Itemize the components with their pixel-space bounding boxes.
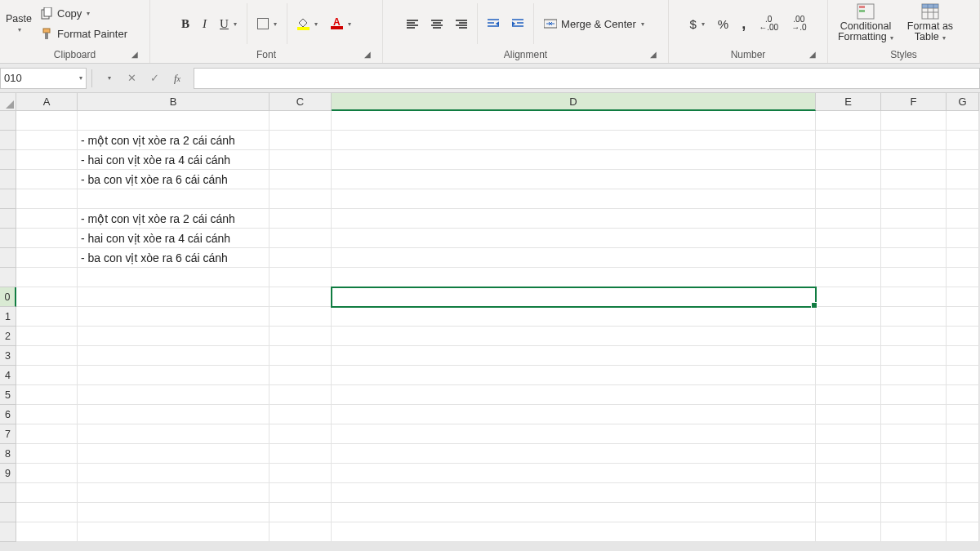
cell-B5[interactable] — [78, 189, 270, 209]
font-color-button[interactable]: A ▾ — [326, 14, 356, 33]
row-header[interactable]: 8 — [0, 444, 16, 464]
row-header[interactable]: 0 — [0, 287, 16, 307]
cell-E22[interactable] — [816, 522, 881, 542]
cell-C15[interactable] — [270, 385, 332, 405]
row-header[interactable] — [0, 131, 16, 150]
copy-button[interactable]: Copy ▾ — [36, 4, 132, 24]
cell-C7[interactable] — [270, 229, 332, 248]
cell-D9[interactable] — [332, 268, 816, 287]
cell-F14[interactable] — [881, 366, 947, 385]
cell-F3[interactable] — [881, 150, 947, 170]
cell-F10[interactable] — [881, 287, 947, 307]
cell-C3[interactable] — [270, 150, 332, 170]
cell-A10[interactable] — [16, 287, 78, 307]
name-box[interactable]: 010 ▾ — [0, 68, 87, 89]
cell-G4[interactable] — [947, 170, 979, 189]
cell-D20[interactable] — [332, 483, 816, 503]
cell-A13[interactable] — [16, 346, 78, 366]
cell-B22[interactable] — [78, 522, 270, 542]
cell-F5[interactable] — [881, 189, 947, 209]
cell-A1[interactable] — [16, 111, 78, 131]
row-header[interactable]: 7 — [0, 424, 16, 444]
row-header[interactable]: 9 — [0, 464, 16, 483]
cell-C20[interactable] — [270, 483, 332, 503]
cell-F20[interactable] — [881, 483, 947, 503]
cell-G22[interactable] — [947, 522, 979, 542]
col-header-C[interactable]: C — [270, 93, 332, 111]
cell-C2[interactable] — [270, 131, 332, 150]
format-as-table-button[interactable]: Format asTable ▾ — [902, 1, 959, 47]
cell-C16[interactable] — [270, 405, 332, 424]
row-header[interactable]: 1 — [0, 307, 16, 327]
cell-B10[interactable] — [78, 287, 270, 307]
cell-B2[interactable]: - một con vịt xòe ra 2 cái cánh — [78, 131, 270, 150]
cell-E17[interactable] — [816, 424, 881, 444]
cell-G18[interactable] — [947, 444, 979, 464]
cancel-formula-button[interactable]: ✕ — [120, 68, 143, 89]
underline-button[interactable]: U▾ — [215, 14, 242, 33]
row-header[interactable] — [0, 248, 16, 268]
cell-D22[interactable] — [332, 522, 816, 542]
cell-G15[interactable] — [947, 385, 979, 405]
cell-G3[interactable] — [947, 150, 979, 170]
cell-E9[interactable] — [816, 268, 881, 287]
cell-B15[interactable] — [78, 385, 270, 405]
decrease-decimal-button[interactable]: .00→.0 — [786, 14, 811, 33]
cell-A21[interactable] — [16, 503, 78, 522]
italic-button[interactable]: I — [198, 14, 212, 33]
row-header[interactable] — [0, 170, 16, 189]
conditional-formatting-button[interactable]: ConditionalFormatting ▾ — [833, 1, 898, 47]
cell-A14[interactable] — [16, 366, 78, 385]
cell-E15[interactable] — [816, 385, 881, 405]
cell-F13[interactable] — [881, 346, 947, 366]
dialog-launcher-icon[interactable]: ◢ — [130, 50, 140, 60]
cell-A3[interactable] — [16, 150, 78, 170]
enter-formula-button[interactable]: ✓ — [143, 68, 166, 89]
cell-F9[interactable] — [881, 268, 947, 287]
cell-G1[interactable] — [947, 111, 979, 131]
cell-A7[interactable] — [16, 229, 78, 248]
cell-D2[interactable] — [332, 131, 816, 150]
cell-B6[interactable]: - một con vịt xòe ra 2 cái cánh — [78, 209, 270, 229]
cell-B21[interactable] — [78, 503, 270, 522]
row-header[interactable]: 5 — [0, 385, 16, 405]
cell-B11[interactable] — [78, 307, 270, 327]
dialog-launcher-icon[interactable]: ◢ — [808, 50, 817, 60]
cell-E16[interactable] — [816, 405, 881, 424]
cell-G9[interactable] — [947, 268, 979, 287]
cell-B4[interactable]: - ba con vịt xòe ra 6 cái cánh — [78, 170, 270, 189]
format-painter-button[interactable]: Format Painter — [36, 24, 132, 44]
cell-C4[interactable] — [270, 170, 332, 189]
cell-G12[interactable] — [947, 327, 979, 346]
cell-D19[interactable] — [332, 464, 816, 483]
insert-function-button[interactable]: fx — [166, 68, 189, 89]
cell-D14[interactable] — [332, 366, 816, 385]
cell-F6[interactable] — [881, 209, 947, 229]
cell-A16[interactable] — [16, 405, 78, 424]
cell-G10[interactable] — [947, 287, 979, 307]
bold-button[interactable]: B — [176, 14, 194, 33]
cell-G5[interactable] — [947, 189, 979, 209]
cell-E3[interactable] — [816, 150, 881, 170]
cell-B13[interactable] — [78, 346, 270, 366]
cell-C13[interactable] — [270, 346, 332, 366]
cell-C9[interactable] — [270, 268, 332, 287]
cell-A15[interactable] — [16, 385, 78, 405]
cell-B9[interactable] — [78, 268, 270, 287]
row-header[interactable] — [0, 483, 16, 503]
dialog-launcher-icon[interactable]: ◢ — [363, 50, 372, 60]
cell-D16[interactable] — [332, 405, 816, 424]
align-left-button[interactable] — [402, 14, 423, 33]
row-header[interactable]: 4 — [0, 366, 16, 385]
cell-D6[interactable] — [332, 209, 816, 229]
cell-E13[interactable] — [816, 346, 881, 366]
cell-F17[interactable] — [881, 424, 947, 444]
cell-C10[interactable] — [270, 287, 332, 307]
row-header[interactable] — [0, 522, 16, 542]
cell-D13[interactable] — [332, 346, 816, 366]
cell-D1[interactable] — [332, 111, 816, 131]
cell-G11[interactable] — [947, 307, 979, 327]
cell-D4[interactable] — [332, 170, 816, 189]
cell-B17[interactable] — [78, 424, 270, 444]
cell-F22[interactable] — [881, 522, 947, 542]
